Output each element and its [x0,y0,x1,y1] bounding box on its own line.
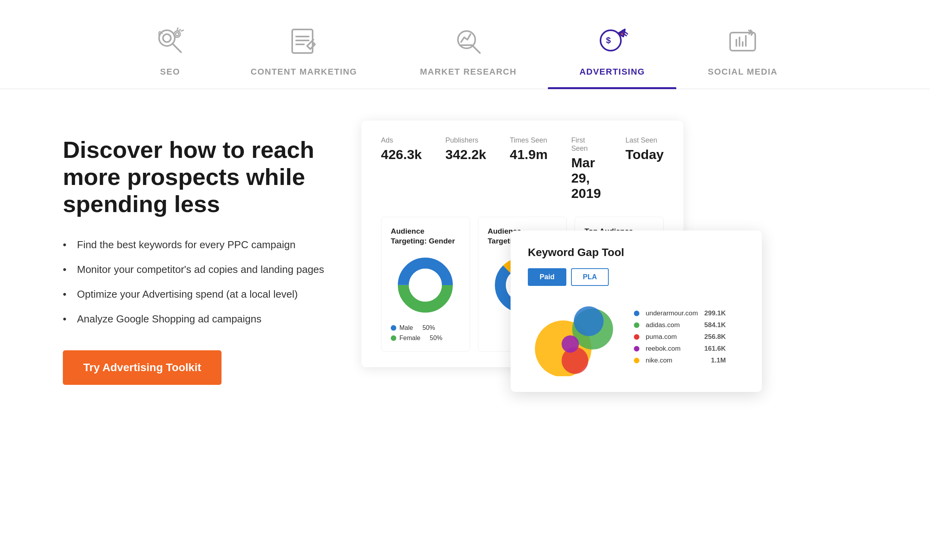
underarmour-dot [634,311,639,316]
reebok-dot [634,346,639,351]
market-research-label: MARKET RESEARCH [420,67,516,77]
seo-label: SEO [160,67,180,77]
cta-button[interactable]: Try Advertising Toolkit [63,350,222,385]
male-label: Male [399,324,413,331]
underarmour-name: underarmour.com [646,309,698,317]
stat-ads: Ads 426.3k [381,136,422,201]
nike-dot [634,358,639,363]
tab-market-research[interactable]: MARKET RESEARCH [388,16,548,89]
left-content: Discover how to reach more prospects whi… [63,121,330,385]
reebok-name: reebok.com [646,345,698,353]
puma-name: puma.com [646,333,698,341]
advertising-icon: $ [595,24,630,59]
underarmour-value: 299.1K [704,309,726,317]
audience-gender-card: Audience Targeting: Gender Male [381,217,470,351]
svg-line-11 [473,46,480,53]
adidas-dot [634,322,639,328]
content-marketing-icon [286,24,322,59]
adidas-value: 584.1K [704,321,726,329]
main-heading: Discover how to reach more prospects whi… [63,136,330,218]
male-value: 50% [423,324,435,331]
nike-name: nike.com [646,357,705,364]
list-item: Optimize your Advertising spend (at a lo… [63,287,330,302]
tab-seo[interactable]: SEO [121,16,219,89]
gender-legend: Male 50% Female 50% [391,324,460,342]
svg-point-4 [176,33,179,36]
list-item: Find the best keywords for every PPC cam… [63,237,330,253]
tab-advertising[interactable]: $ ADVERTISING [548,16,676,89]
legend-male: Male 50% [391,324,460,331]
social-media-label: SOCIAL MEDIA [708,67,778,77]
svg-point-3 [174,31,180,37]
stat-first-seen-label: First Seen [571,136,602,153]
kwgap-title: Keyword Gap Tool [528,246,745,259]
reebok-value: 161.6K [704,345,726,353]
svg-text:$: $ [606,35,611,45]
nike-value: 1.1M [711,357,726,364]
female-label: Female [399,335,420,342]
seo-icon [152,24,188,59]
audience-gender-title: Audience Targeting: Gender [391,227,460,246]
list-item: Analyze Google Shopping ad campaigns [63,311,330,327]
market-research-icon [450,24,486,59]
svg-point-26 [574,306,604,336]
stat-last-seen-label: Last Seen [625,136,664,145]
right-content: Ads 426.3k Publishers 342.2k Times Seen … [361,121,867,356]
svg-point-2 [163,34,171,42]
stat-times-seen: Times Seen 41.9m [510,136,547,201]
legend-puma: puma.com 256.8K [634,333,726,341]
svg-point-28 [562,335,579,353]
bullet-list: Find the best keywords for every PPC cam… [63,237,330,327]
stat-publishers-value: 342.2k [445,147,486,162]
social-media-icon [725,24,760,59]
svg-point-19 [409,269,442,302]
legend-underarmour: underarmour.com 299.1K [634,309,726,317]
kwgap-content: underarmour.com 299.1K adidas.com 584.1K… [528,298,745,376]
stat-last-seen-value: Today [625,147,664,162]
stat-first-seen-value: Mar 29, 2019 [571,155,602,201]
female-value: 50% [430,335,442,342]
stat-ads-value: 426.3k [381,147,422,162]
main-content: Discover how to reach more prospects whi… [0,89,930,416]
stat-last-seen: Last Seen Today [625,136,664,201]
kwgap-tabs: Paid PLA [528,268,745,286]
puma-value: 256.8K [704,333,726,341]
kwgap-tab-pla[interactable]: PLA [571,268,609,286]
nav-tabs: SEO CONTENT MARKETING MARKET RESEA [0,0,930,89]
svg-line-1 [172,44,181,52]
legend-nike: nike.com 1.1M [634,357,726,364]
stat-publishers-label: Publishers [445,136,486,145]
tab-content-marketing[interactable]: CONTENT MARKETING [219,16,388,89]
advertising-label: ADVERTISING [579,67,645,77]
stats-row: Ads 426.3k Publishers 342.2k Times Seen … [381,136,664,201]
legend-reebok: reebok.com 161.6K [634,345,726,353]
svg-line-9 [312,40,313,41]
stat-first-seen: First Seen Mar 29, 2019 [571,136,602,201]
puma-dot [634,334,639,340]
stat-times-seen-label: Times Seen [510,136,547,145]
female-dot [391,335,396,341]
male-dot [391,325,396,331]
stat-publishers: Publishers 342.2k [445,136,486,201]
legend-female: Female 50% [391,335,460,342]
tab-social-media[interactable]: SOCIAL MEDIA [676,16,809,89]
donut-gender-chart [394,254,457,317]
stat-times-seen-value: 41.9m [510,147,547,162]
kwgap-tab-paid[interactable]: Paid [528,268,566,286]
stat-ads-label: Ads [381,136,422,145]
content-marketing-label: CONTENT MARKETING [251,67,357,77]
legend-adidas: adidas.com 584.1K [634,321,726,329]
keyword-gap-card: Keyword Gap Tool Paid PLA [511,231,762,392]
adidas-name: adidas.com [646,321,698,329]
list-item: Monitor your competitor's ad copies and … [63,262,330,277]
kwgap-legend: underarmour.com 299.1K adidas.com 584.1K… [634,309,726,364]
bubble-chart [528,298,622,376]
